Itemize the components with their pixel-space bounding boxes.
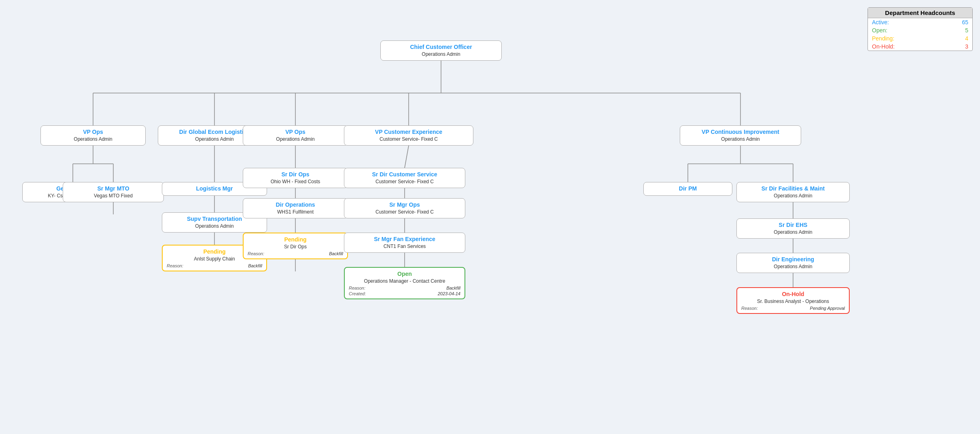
open-ops-created-value: 2023-04-14 <box>438 291 460 296</box>
onhold-label: On-Hold: <box>872 43 895 50</box>
vp-ci-node: VP Continuous Improvement Operations Adm… <box>680 125 801 146</box>
dir-engineering-node: Dir Engineering Operations Admin <box>736 253 850 273</box>
sr-dir-ops-node: Sr Dir Ops Ohio WH - Fixed Costs <box>243 168 348 188</box>
vp-ops-2-node: VP Ops Operations Admin <box>243 125 348 146</box>
onhold-sr-ba-node: On-Hold Sr. Business Analyst - Operation… <box>736 287 850 314</box>
onhold-sr-ba-title: On-Hold <box>741 290 845 298</box>
pending-sr-dir-title: Pending <box>248 236 343 243</box>
vp-cx-title: VP Customer Experience <box>348 128 469 135</box>
headcount-onhold-row: On-Hold: 3 <box>868 42 972 51</box>
sr-dir-ehs-node: Sr Dir EHS Operations Admin <box>736 218 850 239</box>
headcount-title: Department Headcounts <box>868 8 972 18</box>
sr-dir-ehs-subtitle: Operations Admin <box>741 229 845 236</box>
pending-sr-dir-reason-label: Reason: <box>248 251 264 256</box>
sr-dir-facilities-node: Sr Dir Facilities & Maint Operations Adm… <box>736 182 850 202</box>
sr-dir-cs-title: Sr Dir Customer Service <box>348 171 461 178</box>
onhold-sr-ba-subtitle: Sr. Business Analyst - Operations <box>741 299 845 305</box>
vp-ci-title: VP Continuous Improvement <box>684 128 797 135</box>
sr-mgr-mto-node: Sr Mgr MTO Vegas MTO Fixed <box>63 182 164 202</box>
onhold-value: 3 <box>965 43 968 50</box>
svg-line-19 <box>405 146 409 168</box>
sr-mgr-mto-title: Sr Mgr MTO <box>67 185 159 192</box>
dir-operations-subtitle: WHS1 Fulfilment <box>247 209 344 216</box>
pending-sr-dir-node: Pending Sr Dir Ops Reason: Backfill <box>243 233 348 259</box>
pending-anlst-reason-value: Backfill <box>248 263 262 268</box>
sr-dir-ops-subtitle: Ohio WH - Fixed Costs <box>247 179 344 185</box>
vp-ops-1-subtitle: Operations Admin <box>45 136 141 143</box>
active-label: Active: <box>872 19 889 25</box>
vp-cx-node: VP Customer Experience Customer Service-… <box>344 125 473 146</box>
sr-mgr-fan-subtitle: CNT1 Fan Services <box>348 243 461 250</box>
pending-label: Pending: <box>872 35 894 42</box>
sr-mgr-ops-title: Sr Mgr Ops <box>348 201 461 208</box>
dir-engineering-subtitle: Operations Admin <box>741 264 845 270</box>
onhold-reason-label: Reason: <box>741 306 758 311</box>
sr-mgr-ops-node: Sr Mgr Ops Customer Service- Fixed C <box>344 198 465 218</box>
open-ops-reason-value: Backfill <box>446 286 460 290</box>
sr-dir-ehs-title: Sr Dir EHS <box>741 221 845 229</box>
headcount-box: Department Headcounts Active: 65 Open: 5… <box>868 7 973 51</box>
vp-ci-subtitle: Operations Admin <box>684 136 797 143</box>
sr-dir-ops-title: Sr Dir Ops <box>247 171 344 178</box>
sr-dir-facilities-subtitle: Operations Admin <box>741 193 845 199</box>
open-ops-mgr-title: Open <box>349 270 460 277</box>
headcount-pending-row: Pending: 4 <box>868 34 972 42</box>
pending-sr-dir-reason-value: Backfill <box>329 251 343 256</box>
pending-value: 4 <box>965 35 968 42</box>
page-container: Department Headcounts Active: 65 Open: 5… <box>0 0 980 434</box>
sr-mgr-fan-node: Sr Mgr Fan Experience CNT1 Fan Services <box>344 233 465 253</box>
sr-dir-cs-subtitle: Customer Service- Fixed C <box>348 179 461 185</box>
sr-dir-cs-node: Sr Dir Customer Service Customer Service… <box>344 168 465 188</box>
root-node: Chief Customer Officer Operations Admin <box>380 40 502 61</box>
open-label: Open: <box>872 27 887 34</box>
active-value: 65 <box>962 19 968 25</box>
vp-cx-subtitle: Customer Service- Fixed C <box>348 136 469 143</box>
sr-mgr-fan-title: Sr Mgr Fan Experience <box>348 235 461 243</box>
onhold-reason-value: Pending Approval <box>810 306 845 311</box>
sr-mgr-mto-subtitle: Vegas MTO Fixed <box>67 193 159 199</box>
dir-engineering-title: Dir Engineering <box>741 256 845 263</box>
open-ops-created-label: Created: <box>349 291 366 296</box>
vp-ops-2-title: VP Ops <box>247 128 344 135</box>
sr-mgr-ops-subtitle: Customer Service- Fixed C <box>348 209 461 216</box>
dir-operations-node: Dir Operations WHS1 Fulfilment <box>243 198 348 218</box>
open-value: 5 <box>965 27 968 34</box>
vp-ops-2-subtitle: Operations Admin <box>247 136 344 143</box>
vp-ops-1-title: VP Ops <box>45 128 141 135</box>
connector-svg <box>0 0 980 434</box>
open-ops-mgr-node: Open Operations Manager - Contact Centre… <box>344 267 465 299</box>
pending-sr-dir-subtitle: Sr Dir Ops <box>248 244 343 250</box>
open-ops-mgr-subtitle: Operations Manager - Contact Centre <box>349 278 460 285</box>
root-title: Chief Customer Officer <box>385 43 497 51</box>
sr-dir-facilities-title: Sr Dir Facilities & Maint <box>741 185 845 192</box>
open-ops-reason-label: Reason: <box>349 286 365 290</box>
root-subtitle: Operations Admin <box>385 51 497 58</box>
pending-anlst-reason-label: Reason: <box>167 263 183 268</box>
headcount-open-row: Open: 5 <box>868 26 972 34</box>
supv-transport-subtitle: Operations Admin <box>166 223 263 230</box>
headcount-active-row: Active: 65 <box>868 18 972 26</box>
dir-pm-node: Dir PM <box>643 182 732 196</box>
dir-operations-title: Dir Operations <box>247 201 344 208</box>
vp-ops-1-node: VP Ops Operations Admin <box>40 125 146 146</box>
dir-pm-title: Dir PM <box>648 185 728 192</box>
